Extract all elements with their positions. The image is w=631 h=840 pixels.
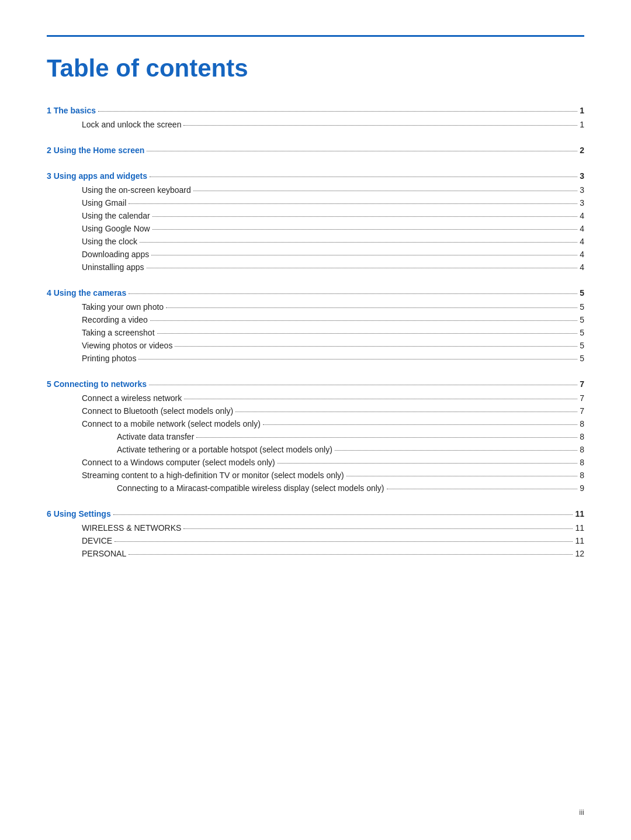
- toc-dots: [147, 151, 577, 151]
- toc-entry-level2-3-0[interactable]: Using the on-screen keyboard 3: [47, 185, 584, 195]
- toc-entry-level2-3-6[interactable]: Uninstalling apps 4: [47, 262, 584, 272]
- toc-entry-level2-4-4[interactable]: Printing photos 5: [47, 354, 584, 363]
- toc-dots: [151, 255, 577, 255]
- toc-entry-level2-5-2[interactable]: Connect to a mobile network (select mode…: [47, 419, 584, 428]
- toc-page: 5: [580, 302, 584, 312]
- toc-entry-level2-3-3[interactable]: Using Google Now 4: [47, 224, 584, 233]
- toc-page: 4: [580, 237, 584, 246]
- toc-child-label: Uninstalling apps: [82, 262, 144, 272]
- toc-page: 8: [580, 432, 584, 441]
- toc-section-2: 2 Using the Home screen 2: [47, 146, 584, 155]
- toc-page: 12: [575, 549, 584, 558]
- toc-dots: [152, 216, 577, 217]
- toc-child-label: Downloading apps: [82, 250, 149, 259]
- toc-dots: [140, 242, 577, 243]
- toc-page: 7: [580, 393, 584, 403]
- toc-page: 5: [580, 354, 584, 363]
- toc-dots: [183, 528, 573, 529]
- toc-child-label: Activate data transfer: [117, 432, 194, 441]
- toc-child-label: Using the clock: [82, 237, 137, 246]
- toc-entry-level2-4-0[interactable]: Taking your own photo 5: [47, 302, 584, 312]
- toc-dots: [129, 203, 577, 204]
- toc-entry-level2-6-2[interactable]: PERSONAL 12: [47, 549, 584, 558]
- toc-dots: [150, 177, 577, 177]
- toc-page: 3: [580, 185, 584, 195]
- toc-dots: [196, 437, 577, 438]
- toc-page: 5: [580, 328, 584, 337]
- toc-label: 3 Using apps and widgets: [47, 171, 147, 181]
- toc-page: 7: [580, 379, 584, 389]
- toc-page: 9: [580, 483, 584, 493]
- toc-page: 4: [580, 250, 584, 259]
- toc-dots: [152, 229, 577, 230]
- toc-page: 11: [575, 523, 584, 533]
- toc-entry-level2-4-3[interactable]: Viewing photos or videos 5: [47, 341, 584, 350]
- toc-page: 4: [580, 224, 584, 233]
- toc-container: 1 The basics 1Lock and unlock the screen…: [47, 106, 584, 558]
- toc-dots: [115, 541, 573, 542]
- toc-child-label: Using Google Now: [82, 224, 150, 233]
- toc-entry-level2-4-2[interactable]: Taking a screenshot 5: [47, 328, 584, 337]
- toc-dots: [113, 514, 573, 515]
- toc-page: 5: [580, 288, 584, 298]
- toc-child-label: Recording a video: [82, 315, 148, 324]
- toc-label: 6 Using Settings: [47, 509, 111, 518]
- toc-page: 5: [580, 341, 584, 350]
- toc-entry-level2-5-5[interactable]: Connect to a Windows computer (select mo…: [47, 458, 584, 467]
- toc-page: 1: [580, 106, 584, 115]
- toc-entry-level1-6[interactable]: 6 Using Settings 11: [47, 509, 584, 518]
- toc-dots: [175, 346, 577, 347]
- toc-entry-level1-1[interactable]: 1 The basics 1: [47, 106, 584, 115]
- toc-section-1: 1 The basics 1Lock and unlock the screen…: [47, 106, 584, 129]
- toc-page: 11: [575, 536, 584, 545]
- toc-child-label: PERSONAL: [82, 549, 126, 558]
- toc-entry-level2-4-1[interactable]: Recording a video 5: [47, 315, 584, 324]
- toc-dots: [149, 385, 577, 385]
- toc-entry-level2-6-0[interactable]: WIRELESS & NETWORKS 11: [47, 523, 584, 533]
- toc-page: 8: [580, 458, 584, 467]
- toc-child-label: Lock and unlock the screen: [82, 120, 181, 129]
- toc-child-label: Connect to a Windows computer (select mo…: [82, 458, 275, 467]
- toc-dots: [183, 125, 577, 126]
- toc-entry-level2-5-0[interactable]: Connect a wireless network 7: [47, 393, 584, 403]
- toc-entry-level2-3-4[interactable]: Using the clock 4: [47, 237, 584, 246]
- toc-page: 7: [580, 406, 584, 416]
- toc-entry-level3-5-7[interactable]: Connecting to a Miracast-compatible wire…: [47, 483, 584, 493]
- toc-page: 4: [580, 211, 584, 220]
- toc-page: 8: [580, 445, 584, 454]
- toc-dots: [166, 307, 577, 308]
- toc-child-label: Connecting to a Miracast-compatible wire…: [117, 483, 384, 493]
- toc-dots: [193, 191, 577, 191]
- toc-entry-level2-3-5[interactable]: Downloading apps 4: [47, 250, 584, 259]
- toc-child-label: Using the calendar: [82, 211, 150, 220]
- toc-entry-level1-4[interactable]: 4 Using the cameras 5: [47, 288, 584, 298]
- toc-entry-level2-5-6[interactable]: Streaming content to a high-definition T…: [47, 471, 584, 480]
- toc-child-label: Taking a screenshot: [82, 328, 155, 337]
- toc-child-label: Streaming content to a high-definition T…: [82, 471, 344, 480]
- toc-child-label: Printing photos: [82, 354, 136, 363]
- toc-dots: [138, 359, 577, 359]
- toc-entry-level1-3[interactable]: 3 Using apps and widgets 3: [47, 171, 584, 181]
- toc-entry-level3-5-4[interactable]: Activate tethering or a portable hotspot…: [47, 445, 584, 454]
- toc-page: 2: [580, 146, 584, 155]
- toc-entry-level2-3-2[interactable]: Using the calendar 4: [47, 211, 584, 220]
- toc-entry-level3-5-3[interactable]: Activate data transfer 8: [47, 432, 584, 441]
- toc-dots: [157, 333, 578, 334]
- toc-entry-level1-2[interactable]: 2 Using the Home screen 2: [47, 146, 584, 155]
- toc-page: 8: [580, 471, 584, 480]
- toc-entry-level1-5[interactable]: 5 Connecting to networks 7: [47, 379, 584, 389]
- toc-dots: [129, 554, 573, 555]
- top-border: [47, 35, 584, 37]
- toc-section-6: 6 Using Settings 11WIRELESS & NETWORKS 1…: [47, 509, 584, 558]
- toc-entry-level2-3-1[interactable]: Using Gmail 3: [47, 198, 584, 208]
- toc-page: 1: [580, 120, 584, 129]
- toc-entry-level2-6-1[interactable]: DEVICE 11: [47, 536, 584, 545]
- toc-child-label: DEVICE: [82, 536, 112, 545]
- toc-child-label: Taking your own photo: [82, 302, 164, 312]
- toc-section-3: 3 Using apps and widgets 3Using the on-s…: [47, 171, 584, 272]
- toc-entry-level2-1-0[interactable]: Lock and unlock the screen 1: [47, 120, 584, 129]
- toc-label: 5 Connecting to networks: [47, 379, 147, 389]
- toc-entry-level2-5-1[interactable]: Connect to Bluetooth (select models only…: [47, 406, 584, 416]
- toc-page: 11: [575, 509, 584, 518]
- toc-child-label: Viewing photos or videos: [82, 341, 172, 350]
